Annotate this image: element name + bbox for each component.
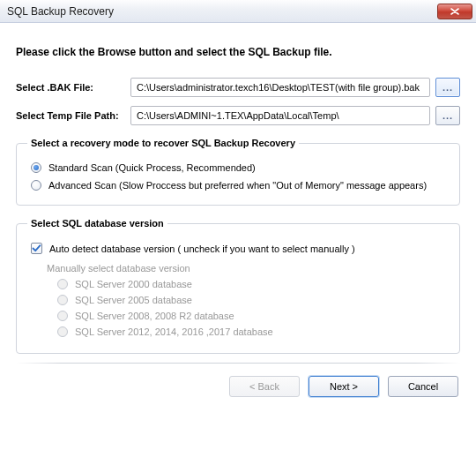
radio-disabled-icon xyxy=(57,295,68,305)
manual-select-label: Manually select database version xyxy=(47,263,449,274)
radio-selected-icon xyxy=(31,162,41,173)
close-icon xyxy=(450,8,459,15)
dialog-body: Please click the Browse button and selec… xyxy=(0,23,476,404)
manual-version-options: SQL Server 2000 database SQL Server 2005… xyxy=(57,279,449,337)
version-2008-option: SQL Server 2008, 2008 R2 database xyxy=(57,311,449,321)
scan-mode-group: Select a recovery mode to recover SQL Ba… xyxy=(16,138,460,206)
temp-browse-button[interactable]: ... xyxy=(435,106,460,125)
wizard-button-row: < Back Next > Cancel xyxy=(16,376,460,397)
radio-disabled-icon xyxy=(57,326,68,337)
bak-file-row: Select .BAK File: ... xyxy=(16,78,460,97)
standard-scan-option[interactable]: Standard Scan (Quick Process, Recommende… xyxy=(31,162,449,173)
bak-browse-button[interactable]: ... xyxy=(435,78,460,97)
advanced-scan-label: Advanced Scan (Slow Proccess but preferr… xyxy=(48,180,427,191)
radio-unselected-icon xyxy=(31,180,41,191)
back-button: < Back xyxy=(229,376,300,397)
instruction-text: Please click the Browse button and selec… xyxy=(16,46,460,58)
bak-file-label: Select .BAK File: xyxy=(16,82,130,93)
temp-path-input[interactable] xyxy=(130,106,430,125)
db-version-legend: Select SQL database version xyxy=(27,218,167,229)
version-2005-label: SQL Server 2005 database xyxy=(75,295,192,305)
window-title: SQL Backup Recovery xyxy=(7,5,114,18)
titlebar: SQL Backup Recovery xyxy=(0,0,476,23)
version-2000-option: SQL Server 2000 database xyxy=(57,279,449,289)
version-2005-option: SQL Server 2005 database xyxy=(57,295,449,305)
bak-file-input[interactable] xyxy=(130,78,430,97)
standard-scan-label: Standard Scan (Quick Process, Recommende… xyxy=(48,162,256,173)
next-button[interactable]: Next > xyxy=(309,376,379,397)
version-2012-option: SQL Server 2012, 2014, 2016 ,2017 databa… xyxy=(57,326,449,337)
advanced-scan-option[interactable]: Advanced Scan (Slow Proccess but preferr… xyxy=(31,180,449,191)
cancel-button[interactable]: Cancel xyxy=(388,376,458,397)
checkbox-checked-icon xyxy=(31,243,42,254)
version-2008-label: SQL Server 2008, 2008 R2 database xyxy=(75,311,234,321)
divider xyxy=(16,363,460,364)
db-version-group: Select SQL database version Auto detect … xyxy=(16,218,460,354)
scan-mode-legend: Select a recovery mode to recover SQL Ba… xyxy=(27,138,299,148)
auto-detect-option[interactable]: Auto detect database version ( uncheck i… xyxy=(31,243,449,254)
temp-path-label: Select Temp File Path: xyxy=(16,110,130,121)
radio-disabled-icon xyxy=(57,279,68,289)
version-2012-label: SQL Server 2012, 2014, 2016 ,2017 databa… xyxy=(75,326,273,337)
auto-detect-label: Auto detect database version ( uncheck i… xyxy=(49,244,355,254)
temp-path-row: Select Temp File Path: ... xyxy=(16,106,460,125)
close-button[interactable] xyxy=(437,4,472,19)
radio-disabled-icon xyxy=(57,311,68,321)
version-2000-label: SQL Server 2000 database xyxy=(75,279,192,289)
